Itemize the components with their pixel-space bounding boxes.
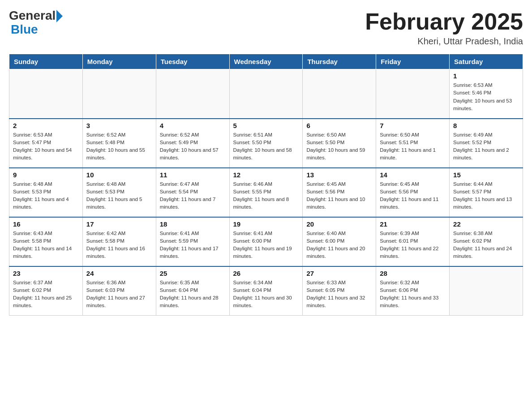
day-info: Sunrise: 6:32 AMSunset: 6:06 PMDaylight:… — [380, 279, 446, 310]
week-row-2: 9Sunrise: 6:48 AMSunset: 5:53 PMDaylight… — [9, 168, 523, 217]
calendar-title: February 2025 — [365, 9, 523, 34]
header-friday: Friday — [376, 54, 450, 69]
calendar-cell-4-1: 24Sunrise: 6:36 AMSunset: 6:03 PMDayligh… — [82, 266, 156, 316]
calendar-cell-1-1: 3Sunrise: 6:52 AMSunset: 5:48 PMDaylight… — [82, 119, 156, 168]
day-info: Sunrise: 6:52 AMSunset: 5:48 PMDaylight:… — [86, 131, 152, 162]
day-info: Sunrise: 6:50 AMSunset: 5:50 PMDaylight:… — [306, 131, 372, 162]
calendar-cell-0-1 — [82, 69, 156, 119]
day-info: Sunrise: 6:36 AMSunset: 6:03 PMDaylight:… — [86, 279, 152, 310]
logo: General Blue — [9, 9, 63, 37]
header-tuesday: Tuesday — [156, 54, 229, 69]
day-info: Sunrise: 6:44 AMSunset: 5:57 PMDaylight:… — [453, 180, 519, 211]
calendar-cell-3-1: 17Sunrise: 6:42 AMSunset: 5:58 PMDayligh… — [82, 217, 156, 266]
day-number: 24 — [86, 270, 152, 277]
page-header: General Blue February 2025 Kheri, Uttar … — [9, 9, 523, 47]
day-info: Sunrise: 6:41 AMSunset: 5:59 PMDaylight:… — [160, 230, 226, 261]
day-info: Sunrise: 6:39 AMSunset: 6:01 PMDaylight:… — [380, 230, 446, 261]
day-info: Sunrise: 6:51 AMSunset: 5:50 PMDaylight:… — [233, 131, 299, 162]
day-info: Sunrise: 6:48 AMSunset: 5:53 PMDaylight:… — [86, 180, 152, 211]
calendar-cell-0-2 — [156, 69, 229, 119]
day-number: 21 — [380, 220, 446, 228]
calendar-cell-0-5 — [376, 69, 450, 119]
day-number: 16 — [13, 220, 79, 228]
day-number: 18 — [160, 220, 226, 228]
day-number: 12 — [233, 171, 299, 179]
calendar-subtitle: Kheri, Uttar Pradesh, India — [365, 36, 523, 47]
calendar-cell-1-3: 5Sunrise: 6:51 AMSunset: 5:50 PMDaylight… — [229, 119, 303, 168]
day-info: Sunrise: 6:48 AMSunset: 5:53 PMDaylight:… — [13, 180, 79, 211]
calendar-cell-4-0: 23Sunrise: 6:37 AMSunset: 6:02 PMDayligh… — [9, 266, 83, 316]
calendar-cell-2-2: 11Sunrise: 6:47 AMSunset: 5:54 PMDayligh… — [156, 168, 229, 217]
calendar-cell-4-6 — [450, 266, 523, 316]
day-info: Sunrise: 6:49 AMSunset: 5:52 PMDaylight:… — [453, 131, 519, 162]
day-info: Sunrise: 6:46 AMSunset: 5:55 PMDaylight:… — [233, 180, 299, 211]
day-number: 20 — [306, 220, 372, 228]
day-number: 25 — [160, 270, 226, 277]
title-section: February 2025 Kheri, Uttar Pradesh, Indi… — [365, 9, 523, 47]
day-info: Sunrise: 6:35 AMSunset: 6:04 PMDaylight:… — [160, 279, 226, 310]
week-row-0: 1Sunrise: 6:53 AMSunset: 5:46 PMDaylight… — [9, 69, 523, 119]
logo-general-text: General — [9, 9, 56, 23]
day-number: 13 — [306, 171, 372, 179]
calendar-cell-3-2: 18Sunrise: 6:41 AMSunset: 5:59 PMDayligh… — [156, 217, 229, 266]
calendar-cell-0-3 — [229, 69, 303, 119]
calendar-cell-1-2: 4Sunrise: 6:52 AMSunset: 5:49 PMDaylight… — [156, 119, 229, 168]
day-info: Sunrise: 6:37 AMSunset: 6:02 PMDaylight:… — [13, 279, 79, 310]
day-number: 23 — [13, 270, 79, 277]
calendar-cell-3-0: 16Sunrise: 6:43 AMSunset: 5:58 PMDayligh… — [9, 217, 83, 266]
logo-wrapper: General Blue — [9, 9, 63, 37]
logo-arrow-icon — [56, 10, 63, 22]
day-number: 28 — [380, 270, 446, 277]
day-info: Sunrise: 6:42 AMSunset: 5:58 PMDaylight:… — [86, 230, 152, 261]
calendar-cell-4-4: 27Sunrise: 6:33 AMSunset: 6:05 PMDayligh… — [303, 266, 376, 316]
day-number: 6 — [306, 122, 372, 129]
day-number: 3 — [86, 122, 152, 129]
calendar-cell-1-0: 2Sunrise: 6:53 AMSunset: 5:47 PMDaylight… — [9, 119, 83, 168]
day-number: 17 — [86, 220, 152, 228]
day-info: Sunrise: 6:52 AMSunset: 5:49 PMDaylight:… — [160, 131, 226, 162]
calendar-cell-4-3: 26Sunrise: 6:34 AMSunset: 6:04 PMDayligh… — [229, 266, 303, 316]
calendar-cell-0-4 — [303, 69, 376, 119]
day-number: 27 — [306, 270, 372, 277]
calendar-cell-1-4: 6Sunrise: 6:50 AMSunset: 5:50 PMDaylight… — [303, 119, 376, 168]
header-row: SundayMondayTuesdayWednesdayThursdayFrid… — [9, 54, 523, 69]
calendar-cell-2-3: 12Sunrise: 6:46 AMSunset: 5:55 PMDayligh… — [229, 168, 303, 217]
calendar-cell-0-0 — [9, 69, 83, 119]
week-row-4: 23Sunrise: 6:37 AMSunset: 6:02 PMDayligh… — [9, 266, 523, 316]
day-info: Sunrise: 6:40 AMSunset: 6:00 PMDaylight:… — [306, 230, 372, 261]
logo-blue-text: Blue — [11, 23, 63, 37]
calendar-cell-4-2: 25Sunrise: 6:35 AMSunset: 6:04 PMDayligh… — [156, 266, 229, 316]
calendar-cell-2-0: 9Sunrise: 6:48 AMSunset: 5:53 PMDaylight… — [9, 168, 83, 217]
calendar-cell-2-6: 15Sunrise: 6:44 AMSunset: 5:57 PMDayligh… — [450, 168, 523, 217]
day-number: 14 — [380, 171, 446, 179]
day-number: 26 — [233, 270, 299, 277]
day-number: 7 — [380, 122, 446, 129]
day-info: Sunrise: 6:34 AMSunset: 6:04 PMDaylight:… — [233, 279, 299, 310]
day-number: 15 — [453, 171, 519, 179]
day-info: Sunrise: 6:41 AMSunset: 6:00 PMDaylight:… — [233, 230, 299, 261]
day-info: Sunrise: 6:53 AMSunset: 5:46 PMDaylight:… — [453, 81, 519, 112]
day-number: 8 — [453, 122, 519, 129]
calendar-cell-3-4: 20Sunrise: 6:40 AMSunset: 6:00 PMDayligh… — [303, 217, 376, 266]
day-number: 22 — [453, 220, 519, 228]
calendar-cell-2-5: 14Sunrise: 6:45 AMSunset: 5:56 PMDayligh… — [376, 168, 450, 217]
calendar-cell-3-5: 21Sunrise: 6:39 AMSunset: 6:01 PMDayligh… — [376, 217, 450, 266]
day-info: Sunrise: 6:53 AMSunset: 5:47 PMDaylight:… — [13, 131, 79, 162]
header-monday: Monday — [82, 54, 156, 69]
calendar-cell-1-6: 8Sunrise: 6:49 AMSunset: 5:52 PMDaylight… — [450, 119, 523, 168]
day-number: 19 — [233, 220, 299, 228]
calendar-cell-2-4: 13Sunrise: 6:45 AMSunset: 5:56 PMDayligh… — [303, 168, 376, 217]
calendar-cell-1-5: 7Sunrise: 6:50 AMSunset: 5:51 PMDaylight… — [376, 119, 450, 168]
header-saturday: Saturday — [450, 54, 523, 69]
day-number: 4 — [160, 122, 226, 129]
day-number: 5 — [233, 122, 299, 129]
calendar-table: SundayMondayTuesdayWednesdayThursdayFrid… — [9, 54, 523, 316]
day-info: Sunrise: 6:43 AMSunset: 5:58 PMDaylight:… — [13, 230, 79, 261]
day-info: Sunrise: 6:47 AMSunset: 5:54 PMDaylight:… — [160, 180, 226, 211]
calendar-cell-3-6: 22Sunrise: 6:38 AMSunset: 6:02 PMDayligh… — [450, 217, 523, 266]
day-number: 2 — [13, 122, 79, 129]
header-wednesday: Wednesday — [229, 54, 303, 69]
calendar-cell-2-1: 10Sunrise: 6:48 AMSunset: 5:53 PMDayligh… — [82, 168, 156, 217]
calendar-cell-3-3: 19Sunrise: 6:41 AMSunset: 6:00 PMDayligh… — [229, 217, 303, 266]
day-number: 9 — [13, 171, 79, 179]
